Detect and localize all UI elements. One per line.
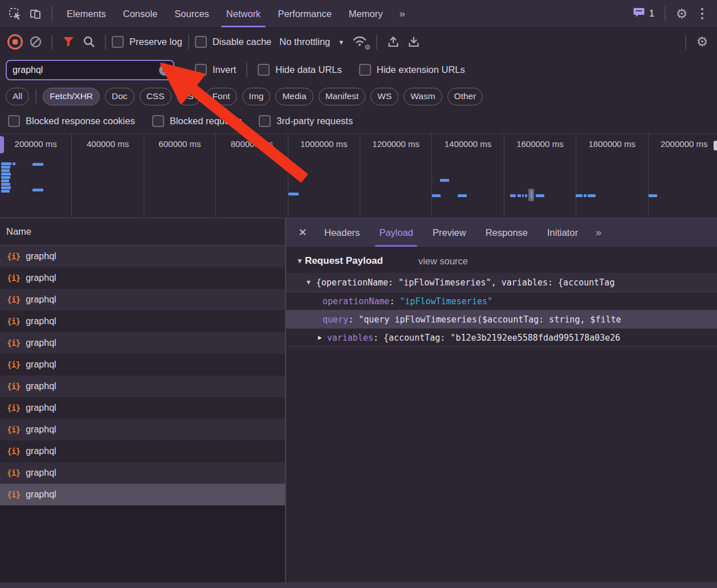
request-row[interactable]: {i}graphql (0, 332, 285, 354)
view-source-link[interactable]: view source (418, 256, 468, 267)
detail-tab-initiator[interactable]: Initiator (537, 218, 588, 247)
preserve-log-checkbox[interactable] (112, 36, 124, 48)
blocked-response-cookies-checkbox[interactable] (8, 115, 20, 127)
waterfall-bar (440, 179, 449, 182)
more-panels-icon[interactable]: » (391, 3, 412, 24)
chip-js[interactable]: JS (177, 88, 201, 105)
payload-row[interactable]: operationName: "ipFlowTimeseries" (286, 292, 717, 310)
settings-gear-icon[interactable]: ⚙ (671, 3, 692, 24)
invert-checkbox[interactable] (195, 64, 207, 76)
chip-font[interactable]: Font (206, 88, 237, 105)
main-split: Name {i}graphql{i}graphql{i}graphql{i}gr… (0, 218, 717, 588)
json-braces-icon: {i} (7, 338, 20, 348)
hide-data-urls-toggle[interactable]: Hide data URLs (258, 64, 341, 76)
kebab-menu-icon[interactable] (692, 3, 712, 24)
waterfall-bar (2, 159, 10, 162)
tab-network[interactable]: Network (218, 0, 270, 27)
tab-sources[interactable]: Sources (166, 0, 218, 27)
tab-console[interactable]: Console (115, 0, 166, 27)
request-row[interactable]: {i}graphql (0, 354, 285, 375)
tab-memory[interactable]: Memory (340, 0, 392, 27)
throttling-value: No throttling (279, 36, 330, 47)
invert-toggle[interactable]: Invert (195, 64, 236, 76)
filter-bar: ✕ Invert Hide data URLs Hide extension U… (0, 56, 717, 84)
timeline-bars (0, 134, 717, 218)
expand-triangle-icon[interactable]: ▶ (318, 334, 322, 341)
network-overview-timeline[interactable]: 200000 ms400000 ms600000 ms800000 ms1000… (0, 133, 717, 218)
third-party-requests-checkbox[interactable] (259, 115, 271, 127)
payload-row[interactable]: ▶variables: {accountTag: "b12e3b2192ee55… (286, 328, 717, 346)
chip-other[interactable]: Other (447, 88, 483, 105)
blocked-requests-toggle[interactable]: Blocked requests (152, 115, 242, 127)
payload-colon: : (389, 296, 400, 307)
waterfall-bar (1, 162, 11, 165)
request-row[interactable]: {i}graphql (0, 267, 285, 289)
close-detail-icon[interactable]: ✕ (291, 226, 315, 239)
issues-button[interactable]: 1 (629, 7, 659, 21)
preserve-log-toggle[interactable]: Preserve log (112, 36, 182, 48)
chip-img[interactable]: Img (242, 88, 271, 105)
detail-tab-headers[interactable]: Headers (315, 218, 369, 247)
blocked-requests-checkbox[interactable] (152, 115, 164, 127)
request-row[interactable]: {i}graphql (0, 440, 285, 462)
chip-fetch-xhr[interactable]: Fetch/XHR (43, 88, 100, 105)
request-row[interactable]: {i}graphql (0, 397, 285, 419)
detail-tab-response[interactable]: Response (476, 218, 537, 247)
request-row[interactable]: {i}graphql (0, 246, 285, 267)
name-column-header[interactable]: Name (0, 218, 285, 246)
filter-input[interactable] (6, 60, 174, 80)
disable-cache-toggle[interactable]: Disable cache (195, 36, 272, 48)
selected-request-marker (528, 189, 534, 201)
import-har-icon[interactable] (383, 32, 404, 52)
tab-elements[interactable]: Elements (58, 0, 115, 27)
hide-extension-urls-checkbox[interactable] (359, 64, 371, 76)
chip-manifest[interactable]: Manifest (319, 88, 366, 105)
payload-row[interactable]: query: "query ipFlowTimeseries($accountT… (286, 310, 717, 328)
chip-media[interactable]: Media (275, 88, 313, 105)
search-icon[interactable] (79, 32, 99, 52)
waterfall-bar (649, 194, 657, 197)
overview-handle-left[interactable] (0, 136, 4, 153)
blocked-response-cookies-toggle[interactable]: Blocked response cookies (8, 115, 135, 127)
tab-performance[interactable]: Performance (269, 0, 340, 27)
collapse-triangle-icon[interactable]: ▼ (307, 279, 311, 286)
divider (51, 6, 52, 21)
detail-tab-payload[interactable]: Payload (369, 218, 423, 247)
hide-extension-urls-toggle[interactable]: Hide extension URLs (359, 64, 465, 76)
chip-ws[interactable]: WS (370, 88, 398, 105)
third-party-requests-toggle[interactable]: 3rd-party requests (259, 115, 353, 127)
request-row[interactable]: {i}graphql (0, 419, 285, 440)
filter-icon[interactable] (58, 32, 79, 52)
disable-cache-checkbox[interactable] (195, 36, 207, 48)
network-conditions-icon[interactable]: ⚙ (350, 32, 370, 52)
request-row[interactable]: {i}graphql (0, 375, 285, 397)
clear-network-log-icon[interactable] (25, 32, 46, 52)
request-row[interactable]: {i}graphql (0, 462, 285, 484)
payload-rows: operationName: "ipFlowTimeseries"query: … (286, 292, 717, 347)
overview-handle-right[interactable] (714, 141, 717, 150)
request-row[interactable]: {i}graphql (0, 311, 285, 332)
request-payload-section-header[interactable]: ▼ Request Payload view source (286, 247, 717, 273)
hide-data-urls-checkbox[interactable] (258, 64, 270, 76)
clear-filter-icon[interactable]: ✕ (159, 64, 170, 76)
chip-all[interactable]: All (6, 88, 29, 105)
record-network-log-icon[interactable] (5, 32, 25, 52)
divider (665, 6, 666, 21)
chip-css[interactable]: CSS (140, 88, 172, 105)
waterfall-bar (1, 176, 10, 179)
waterfall-bar (13, 162, 15, 165)
device-toolbar-icon[interactable] (25, 3, 46, 24)
panel-settings-gear-icon[interactable]: ⚙ (692, 32, 712, 52)
request-row[interactable]: {i}graphql (0, 289, 285, 311)
blocked-requests-label: Blocked requests (170, 116, 242, 126)
payload-preview-row[interactable]: ▼ {operationName: "ipFlowTimeseries", va… (286, 273, 717, 292)
detail-tab-preview[interactable]: Preview (423, 218, 476, 247)
more-detail-tabs-icon[interactable]: » (588, 222, 608, 243)
chip-wasm[interactable]: Wasm (404, 88, 442, 105)
export-har-icon[interactable] (404, 32, 424, 52)
request-row[interactable]: {i}graphql (0, 484, 285, 505)
chip-doc[interactable]: Doc (105, 88, 135, 105)
inspect-element-icon[interactable] (5, 3, 25, 24)
throttling-select[interactable]: No throttling ▼ (279, 36, 344, 47)
waterfall-bar (584, 194, 586, 197)
